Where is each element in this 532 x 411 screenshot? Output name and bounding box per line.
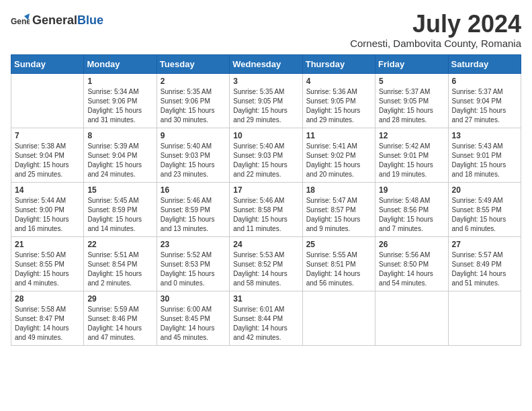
calendar-day-2: 2Sunrise: 5:35 AMSunset: 9:06 PMDaylight… (157, 73, 229, 128)
weekday-header-thursday: Thursday (302, 54, 375, 73)
day-number: 28 (15, 294, 80, 304)
calendar-day-18: 18Sunrise: 5:47 AMSunset: 8:57 PMDayligh… (302, 182, 375, 236)
calendar-day-20: 20Sunrise: 5:49 AMSunset: 8:55 PMDayligh… (448, 182, 521, 236)
day-number: 8 (87, 131, 152, 140)
day-info: Sunrise: 5:49 AMSunset: 8:55 PMDaylight:… (452, 196, 517, 234)
calendar-empty-cell (375, 291, 448, 345)
calendar-day-16: 16Sunrise: 5:46 AMSunset: 8:59 PMDayligh… (157, 182, 229, 236)
day-number: 3 (233, 77, 298, 86)
calendar-day-7: 7Sunrise: 5:38 AMSunset: 9:04 PMDaylight… (11, 128, 84, 182)
day-info: Sunrise: 5:58 AMSunset: 8:47 PMDaylight:… (15, 305, 80, 342)
day-info: Sunrise: 5:35 AMSunset: 9:05 PMDaylight:… (233, 87, 298, 125)
day-number: 4 (306, 77, 371, 86)
weekday-header-saturday: Saturday (448, 54, 521, 73)
day-number: 23 (161, 240, 226, 249)
weekday-header-wednesday: Wednesday (230, 54, 302, 73)
calendar-day-27: 27Sunrise: 5:57 AMSunset: 8:49 PMDayligh… (448, 236, 521, 291)
location-subtitle: Cornesti, Dambovita County, Romania (350, 38, 521, 49)
day-info: Sunrise: 5:51 AMSunset: 8:54 PMDaylight:… (87, 250, 152, 288)
calendar-day-8: 8Sunrise: 5:39 AMSunset: 9:04 PMDaylight… (84, 128, 157, 182)
calendar-day-28: 28Sunrise: 5:58 AMSunset: 8:47 PMDayligh… (11, 291, 84, 345)
calendar-day-15: 15Sunrise: 5:45 AMSunset: 8:59 PMDayligh… (84, 182, 157, 236)
day-number: 11 (306, 131, 371, 140)
day-info: Sunrise: 5:52 AMSunset: 8:53 PMDaylight:… (161, 250, 226, 288)
day-number: 14 (15, 185, 80, 195)
day-info: Sunrise: 5:47 AMSunset: 8:57 PMDaylight:… (306, 196, 371, 234)
weekday-header-friday: Friday (375, 54, 448, 73)
day-info: Sunrise: 5:39 AMSunset: 9:04 PMDaylight:… (87, 142, 152, 179)
day-info: Sunrise: 5:56 AMSunset: 8:50 PMDaylight:… (379, 250, 444, 288)
calendar-day-4: 4Sunrise: 5:36 AMSunset: 9:05 PMDaylight… (302, 73, 375, 128)
day-info: Sunrise: 5:46 AMSunset: 8:58 PMDaylight:… (233, 196, 298, 234)
day-number: 24 (233, 240, 298, 249)
calendar-day-29: 29Sunrise: 5:59 AMSunset: 8:46 PMDayligh… (84, 291, 157, 345)
day-number: 16 (161, 185, 226, 195)
calendar-week-row: 14Sunrise: 5:44 AMSunset: 9:00 PMDayligh… (11, 182, 521, 236)
calendar-empty-cell (11, 73, 84, 128)
calendar-day-19: 19Sunrise: 5:48 AMSunset: 8:56 PMDayligh… (375, 182, 448, 236)
day-info: Sunrise: 5:37 AMSunset: 9:05 PMDaylight:… (379, 87, 444, 125)
weekday-header-tuesday: Tuesday (157, 54, 229, 73)
calendar-week-row: 28Sunrise: 5:58 AMSunset: 8:47 PMDayligh… (11, 291, 521, 345)
day-info: Sunrise: 6:01 AMSunset: 8:44 PMDaylight:… (233, 305, 298, 342)
day-number: 13 (452, 131, 517, 140)
title-block: July 2024 Cornesti, Dambovita County, Ro… (350, 11, 521, 49)
day-number: 12 (379, 131, 444, 140)
day-info: Sunrise: 5:43 AMSunset: 9:01 PMDaylight:… (452, 142, 517, 179)
day-info: Sunrise: 5:53 AMSunset: 8:52 PMDaylight:… (233, 250, 298, 288)
day-number: 1 (87, 77, 152, 86)
day-number: 22 (87, 240, 152, 249)
calendar-empty-cell (448, 291, 521, 345)
calendar-day-25: 25Sunrise: 5:55 AMSunset: 8:51 PMDayligh… (302, 236, 375, 291)
calendar-header-row: SundayMondayTuesdayWednesdayThursdayFrid… (11, 54, 521, 73)
calendar-day-31: 31Sunrise: 6:01 AMSunset: 8:44 PMDayligh… (230, 291, 302, 345)
calendar-day-3: 3Sunrise: 5:35 AMSunset: 9:05 PMDaylight… (230, 73, 302, 128)
day-number: 7 (15, 131, 80, 140)
day-number: 26 (379, 240, 444, 249)
calendar-day-26: 26Sunrise: 5:56 AMSunset: 8:50 PMDayligh… (375, 236, 448, 291)
day-info: Sunrise: 5:55 AMSunset: 8:51 PMDaylight:… (306, 250, 371, 288)
day-number: 21 (15, 240, 80, 249)
calendar-week-row: 7Sunrise: 5:38 AMSunset: 9:04 PMDaylight… (11, 128, 521, 182)
calendar-week-row: 1Sunrise: 5:34 AMSunset: 9:06 PMDaylight… (11, 73, 521, 128)
logo: General GeneralBlue (11, 11, 103, 30)
day-number: 20 (452, 185, 517, 195)
day-info: Sunrise: 5:35 AMSunset: 9:06 PMDaylight:… (161, 87, 226, 125)
weekday-header-sunday: Sunday (11, 54, 84, 73)
calendar-table: SundayMondayTuesdayWednesdayThursdayFrid… (11, 54, 521, 346)
calendar-day-12: 12Sunrise: 5:42 AMSunset: 9:01 PMDayligh… (375, 128, 448, 182)
calendar-day-30: 30Sunrise: 6:00 AMSunset: 8:45 PMDayligh… (157, 291, 229, 345)
calendar-empty-cell (302, 291, 375, 345)
calendar-day-10: 10Sunrise: 5:40 AMSunset: 9:03 PMDayligh… (230, 128, 302, 182)
day-info: Sunrise: 5:38 AMSunset: 9:04 PMDaylight:… (15, 142, 80, 179)
day-info: Sunrise: 5:36 AMSunset: 9:05 PMDaylight:… (306, 87, 371, 125)
calendar-day-14: 14Sunrise: 5:44 AMSunset: 9:00 PMDayligh… (11, 182, 84, 236)
logo-icon: General (11, 11, 30, 30)
calendar-day-11: 11Sunrise: 5:41 AMSunset: 9:02 PMDayligh… (302, 128, 375, 182)
day-info: Sunrise: 5:42 AMSunset: 9:01 PMDaylight:… (379, 142, 444, 179)
calendar-day-24: 24Sunrise: 5:53 AMSunset: 8:52 PMDayligh… (230, 236, 302, 291)
day-info: Sunrise: 5:40 AMSunset: 9:03 PMDaylight:… (233, 142, 298, 179)
day-number: 10 (233, 131, 298, 140)
day-number: 27 (452, 240, 517, 249)
day-info: Sunrise: 5:45 AMSunset: 8:59 PMDaylight:… (87, 196, 152, 234)
day-info: Sunrise: 5:57 AMSunset: 8:49 PMDaylight:… (452, 250, 517, 288)
day-info: Sunrise: 5:40 AMSunset: 9:03 PMDaylight:… (161, 142, 226, 179)
day-number: 5 (379, 77, 444, 86)
day-number: 2 (161, 77, 226, 86)
day-info: Sunrise: 5:59 AMSunset: 8:46 PMDaylight:… (87, 305, 152, 342)
day-number: 31 (233, 294, 298, 304)
day-number: 30 (161, 294, 226, 304)
day-info: Sunrise: 5:50 AMSunset: 8:55 PMDaylight:… (15, 250, 80, 288)
calendar-day-5: 5Sunrise: 5:37 AMSunset: 9:05 PMDaylight… (375, 73, 448, 128)
day-info: Sunrise: 5:44 AMSunset: 9:00 PMDaylight:… (15, 196, 80, 234)
calendar-day-23: 23Sunrise: 5:52 AMSunset: 8:53 PMDayligh… (157, 236, 229, 291)
weekday-header-monday: Monday (84, 54, 157, 73)
day-number: 19 (379, 185, 444, 195)
day-info: Sunrise: 5:48 AMSunset: 8:56 PMDaylight:… (379, 196, 444, 234)
day-info: Sunrise: 5:46 AMSunset: 8:59 PMDaylight:… (161, 196, 226, 234)
day-number: 18 (306, 185, 371, 195)
calendar-day-13: 13Sunrise: 5:43 AMSunset: 9:01 PMDayligh… (448, 128, 521, 182)
day-info: Sunrise: 6:00 AMSunset: 8:45 PMDaylight:… (161, 305, 226, 342)
calendar-day-21: 21Sunrise: 5:50 AMSunset: 8:55 PMDayligh… (11, 236, 84, 291)
